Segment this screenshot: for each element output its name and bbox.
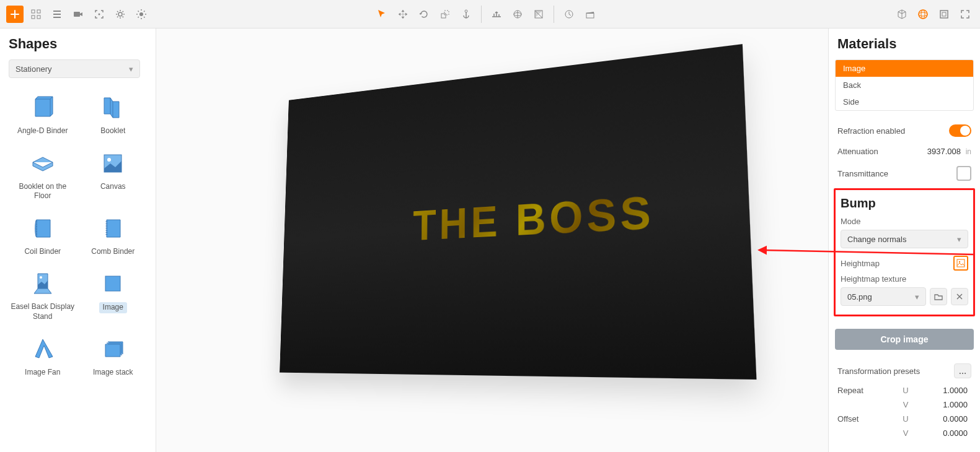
clapper-icon[interactable]	[581, 6, 599, 23]
bump-title: Bump	[841, 196, 968, 211]
tab-image[interactable]: Image	[836, 60, 973, 77]
offset-v-value[interactable]: 0.0000	[924, 428, 971, 438]
maximize-icon[interactable]	[935, 6, 953, 23]
scale-tool[interactable]	[436, 6, 454, 23]
main-area: Shapes Stationery ▾ Angle-D BinderBookle…	[0, 28, 980, 452]
list-icon[interactable]	[48, 6, 66, 23]
shape-label: Image stack	[81, 368, 146, 378]
shapes-category-value: Stationery	[15, 64, 52, 74]
select-tool[interactable]	[373, 6, 391, 23]
svg-rect-24	[105, 276, 120, 291]
svg-point-16	[919, 10, 927, 19]
tab-back[interactable]: Back	[836, 77, 973, 93]
sphere-icon[interactable]	[914, 6, 932, 23]
refraction-toggle[interactable]	[949, 124, 971, 137]
globe-icon[interactable]	[509, 6, 526, 23]
camera-icon[interactable]	[69, 6, 87, 23]
shape-label: Booklet	[81, 126, 146, 136]
render-object[interactable]: THE BOSS	[280, 44, 756, 380]
svg-point-6	[118, 12, 122, 16]
shape-label: Easel Back Display Stand	[10, 302, 76, 321]
transmittance-color[interactable]	[956, 166, 971, 181]
svg-rect-2	[32, 15, 35, 19]
svg-rect-1	[37, 10, 40, 13]
svg-point-17	[919, 12, 927, 16]
clock-icon[interactable]	[560, 6, 578, 23]
svg-point-7	[139, 12, 143, 16]
grid-icon[interactable]	[27, 6, 45, 23]
attenuation-row: Attenuation 3937.008 in	[835, 142, 974, 161]
heightmap-image-icon[interactable]	[953, 256, 968, 271]
cube-icon[interactable]	[893, 6, 911, 23]
brightness-icon[interactable]	[133, 6, 150, 23]
shape-label: Coil Binder	[10, 247, 76, 257]
svg-rect-19	[940, 11, 948, 18]
anchor-tool[interactable]	[457, 6, 475, 23]
svg-point-27	[959, 261, 960, 263]
heightmap-file-value: 05.png	[847, 292, 872, 302]
shape-thumbnail-icon	[98, 269, 128, 298]
shape-thumbnail-icon	[28, 93, 58, 123]
tab-side[interactable]: Side	[836, 93, 973, 110]
clear-file-button[interactable]	[951, 288, 968, 305]
bump-mode-value: Change normals	[847, 235, 906, 244]
gear-icon[interactable]	[112, 6, 129, 23]
material-tabs: Image Back Side	[835, 59, 974, 111]
attenuation-value[interactable]: 3937.008	[927, 147, 961, 156]
viewport[interactable]: THE BOSS	[156, 28, 828, 452]
repeat-v-value[interactable]: 1.0000	[924, 400, 971, 409]
svg-point-10	[465, 10, 467, 12]
shape-item[interactable]: Image Fan	[9, 331, 77, 381]
svg-point-22	[107, 158, 111, 162]
chevron-down-icon: ▾	[957, 235, 961, 244]
svg-rect-0	[32, 10, 35, 13]
heightmap-file-select[interactable]: 05.png ▾	[841, 287, 926, 306]
svg-point-5	[99, 13, 100, 15]
bump-mode-select[interactable]: Change normals ▾	[841, 230, 968, 248]
shape-item[interactable]: Image stack	[79, 331, 148, 381]
add-button[interactable]	[6, 6, 24, 23]
repeat-label: Repeat	[837, 386, 887, 395]
shape-item[interactable]: Booklet on the Floor	[9, 145, 77, 205]
shape-item[interactable]: Image	[79, 265, 148, 325]
transmittance-row: Transmittance	[835, 161, 974, 186]
move-tool[interactable]	[394, 6, 412, 23]
shapes-category-select[interactable]: Stationery ▾	[9, 59, 140, 78]
top-toolbar	[0, 0, 980, 28]
shape-item[interactable]: Comb Binder	[79, 210, 148, 261]
shape-item[interactable]: Booklet	[79, 89, 148, 140]
shape-item[interactable]: Angle-D Binder	[9, 89, 77, 140]
attenuation-unit: in	[966, 147, 971, 156]
shape-thumbnail-icon	[98, 214, 128, 243]
heightmap-texture-label: Heightmap texture	[841, 274, 968, 284]
shape-thumbnail-icon	[28, 214, 58, 243]
expand-icon[interactable]	[956, 6, 974, 23]
repeat-u-value[interactable]: 1.0000	[924, 386, 971, 395]
offset-u-value[interactable]: 0.0000	[924, 414, 971, 424]
shape-item[interactable]: Coil Binder	[9, 210, 77, 261]
attenuation-label: Attenuation	[837, 147, 878, 156]
shape-item[interactable]: Easel Back Display Stand	[9, 265, 77, 325]
transmittance-label: Transmittance	[837, 169, 888, 178]
rotate-tool[interactable]	[415, 6, 433, 23]
shape-label: Comb Binder	[81, 247, 146, 257]
svg-rect-26	[957, 259, 965, 267]
crop-image-button[interactable]: Crop image	[835, 329, 974, 350]
contrast-icon[interactable]	[530, 6, 547, 23]
ground-icon[interactable]	[488, 6, 505, 23]
shape-item[interactable]: Canvas	[79, 145, 148, 205]
svg-rect-8	[441, 14, 446, 18]
shape-thumbnail-icon	[28, 269, 58, 298]
shape-thumbnail-icon	[28, 334, 58, 364]
svg-rect-4	[74, 12, 80, 17]
heightmap-label: Heightmap	[841, 259, 880, 268]
materials-panel: Materials Image Back Side Refraction ena…	[828, 28, 980, 452]
focus-icon[interactable]	[90, 6, 108, 23]
v-label-2: V	[887, 428, 924, 438]
bump-mode-label: Mode	[841, 217, 968, 226]
transform-presets-button[interactable]: …	[954, 363, 971, 378]
browse-file-button[interactable]	[930, 288, 947, 305]
transform-presets-label: Transformation presets	[837, 367, 920, 376]
svg-rect-3	[37, 15, 40, 19]
render-text: THE BOSS	[413, 186, 655, 250]
